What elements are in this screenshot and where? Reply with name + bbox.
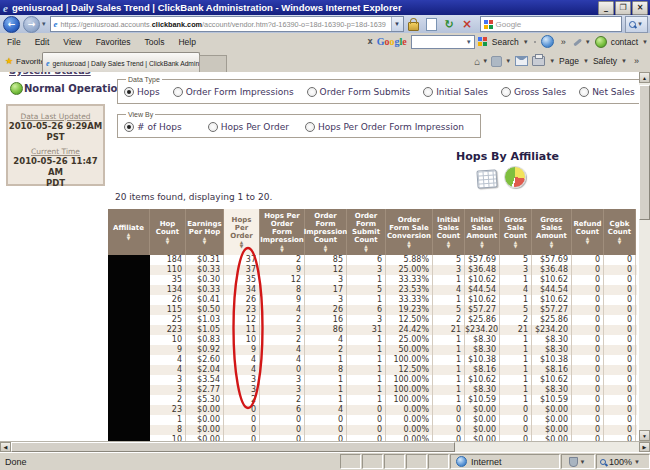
home-dropdown-icon[interactable]: ▼ — [482, 58, 488, 64]
url-dropdown-icon[interactable]: ▼ — [391, 17, 403, 31]
mail-icon[interactable] — [515, 56, 528, 66]
data-type-option[interactable]: Gross Sales — [501, 87, 566, 97]
refresh-button[interactable]: ↻ — [441, 17, 458, 32]
internet-zone-icon — [456, 456, 467, 467]
wrench-icon[interactable] — [572, 37, 582, 47]
new-tab-stub[interactable] — [199, 55, 227, 73]
google-toolbar-input[interactable]: ▼ — [411, 35, 475, 49]
column-header[interactable]: Cgbk Count▲▼ — [604, 209, 636, 255]
data-type-option[interactable]: Hops — [124, 87, 160, 97]
compatibility-view-button[interactable] — [423, 17, 440, 32]
back-button[interactable]: ← — [3, 16, 20, 33]
data-type-option[interactable]: Order Form Submits — [307, 87, 411, 97]
menu-favorites[interactable]: Favorites — [89, 35, 138, 49]
scroll-right-icon[interactable]: ▶ — [639, 442, 650, 452]
radio-unselected-icon[interactable] — [579, 87, 589, 97]
current-time-link[interactable]: Current Time — [8, 147, 103, 156]
google-logo: Google — [377, 36, 407, 47]
search-menu-button[interactable]: Search — [492, 37, 519, 47]
menu-help[interactable]: Help — [171, 35, 202, 49]
scroll-left-icon[interactable]: ◀ — [0, 442, 11, 452]
history-dropdown-icon[interactable]: ▾ — [42, 20, 46, 28]
commandbar-overflow-icon[interactable]: » — [634, 56, 639, 66]
minimize-button[interactable]: _ — [598, 1, 614, 15]
column-header[interactable]: Order Form Submit Count▲▼ — [347, 209, 386, 255]
horizontal-scroll-thumb[interactable] — [11, 442, 455, 452]
stop-button[interactable]: × — [459, 17, 476, 32]
safety-dropdown-icon[interactable]: ▼ — [621, 58, 627, 64]
search-button[interactable]: ▾ — [625, 16, 648, 33]
export-spreadsheet-icon[interactable] — [476, 169, 497, 188]
earth-globe-icon[interactable] — [541, 35, 554, 48]
column-header[interactable]: Earnings Per Hop▲▼ — [186, 209, 224, 255]
radio-selected-icon[interactable] — [124, 122, 134, 132]
vertical-scrollbar[interactable]: ▲ ▼ — [639, 72, 650, 441]
vertical-scroll-thumb[interactable] — [639, 85, 650, 220]
radio-selected-icon[interactable] — [124, 87, 134, 97]
page-dropdown-icon[interactable]: ▼ — [583, 58, 589, 64]
cell: 1 — [305, 355, 347, 365]
data-last-updated-link[interactable]: Data Last Updated — [8, 112, 103, 121]
safety-menu-button[interactable]: Safety — [593, 56, 617, 66]
restore-button[interactable]: ❐ — [615, 1, 631, 15]
column-header[interactable]: Order Form Sale Conversion▲▼ — [386, 209, 433, 255]
cell: 0 — [604, 325, 636, 335]
scroll-down-icon[interactable]: ▼ — [639, 430, 650, 441]
contact-button[interactable]: contact — [611, 37, 638, 47]
view-by-option[interactable]: Hops Per Order — [208, 122, 289, 132]
print-dropdown-icon[interactable]: ▼ — [549, 58, 555, 64]
rss-feed-icon[interactable] — [491, 56, 502, 67]
radio-unselected-icon[interactable] — [208, 122, 218, 132]
column-header[interactable]: Initial Sales Count▲▼ — [433, 209, 465, 255]
column-header[interactable]: Gross Sale Count▲▼ — [500, 209, 532, 255]
toolbar-close-icon[interactable]: x — [368, 37, 373, 46]
view-by-option[interactable]: Hops Per Order Form Impression — [305, 122, 464, 132]
column-header[interactable]: Affiliate▲▼ — [108, 209, 150, 255]
tab-active[interactable]: e geniusroad | Daily Sales Trend | Click… — [42, 52, 200, 73]
url-field[interactable]: e https://geniusroad.accounts.clickbank.… — [50, 16, 404, 32]
scroll-up-icon[interactable]: ▲ — [639, 72, 650, 83]
toolbar-overflow-icon[interactable]: » — [561, 37, 566, 47]
radio-unselected-icon[interactable] — [305, 122, 315, 132]
zoom-control[interactable]: 100% ▼ — [596, 454, 650, 469]
horizontal-scrollbar[interactable]: ◀ ▶ — [0, 441, 650, 452]
view-by-option[interactable]: # of Hops — [124, 122, 182, 132]
security-lock-button[interactable] — [405, 17, 422, 32]
menu-tools[interactable]: Tools — [138, 35, 172, 49]
feed-dropdown-icon[interactable]: ▼ — [505, 58, 511, 64]
pie-chart-icon[interactable] — [504, 166, 526, 188]
column-header[interactable]: Hops Per Order Form Impression▲▼ — [260, 209, 305, 255]
radio-unselected-icon[interactable] — [501, 87, 511, 97]
column-header[interactable]: Gross Sales Amount▲▼ — [532, 209, 572, 255]
close-button[interactable]: × — [632, 1, 648, 15]
cell: 1 — [347, 345, 386, 355]
data-type-option[interactable]: Net Sales — [579, 87, 635, 97]
cell: 31 — [347, 325, 386, 335]
page-menu-button[interactable]: Page — [559, 56, 579, 66]
radio-unselected-icon[interactable] — [307, 87, 317, 97]
forward-button[interactable]: → — [23, 16, 40, 33]
contact-dropdown-icon[interactable]: ▼ — [642, 39, 648, 45]
column-header[interactable]: Hops Per Order▲▼ — [224, 209, 260, 255]
google-search-box[interactable]: Google — [480, 16, 622, 32]
data-type-option[interactable]: Initial Sales — [423, 87, 488, 97]
column-header[interactable]: Order Form Impression Count▲▼ — [305, 209, 347, 255]
sort-arrows-icon: ▲▼ — [407, 241, 410, 248]
cell: 16 — [305, 315, 347, 325]
home-icon[interactable]: ⌂ — [474, 56, 480, 67]
menu-file[interactable]: File — [0, 35, 28, 49]
page-content: System Status Normal Operation Data Last… — [0, 72, 650, 441]
data-type-option[interactable]: Order Form Impressions — [173, 87, 294, 97]
column-header[interactable]: Hop Count▲▼ — [150, 209, 186, 255]
column-header[interactable]: Refund Count▲▼ — [572, 209, 604, 255]
menu-edit[interactable]: Edit — [28, 35, 57, 49]
menu-view[interactable]: View — [56, 35, 88, 49]
wrench-dropdown-icon[interactable]: ▼ — [585, 39, 591, 45]
protection-pane[interactable]: ▼ — [561, 454, 595, 469]
radio-unselected-icon[interactable] — [423, 87, 433, 97]
column-header[interactable]: Initial Sales Amount▲▼ — [465, 209, 500, 255]
input-dropdown-icon[interactable]: ▼ — [466, 39, 472, 45]
printer-icon[interactable] — [532, 56, 545, 66]
search-dropdown-icon[interactable]: ▼ — [523, 39, 529, 45]
radio-unselected-icon[interactable] — [173, 87, 183, 97]
